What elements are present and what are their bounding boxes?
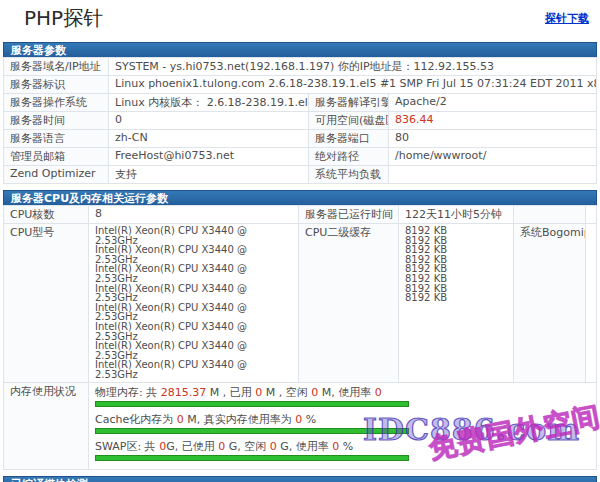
empty-cell [514, 206, 586, 224]
bogomips-label: 系统Bogomips [514, 224, 586, 383]
table-row: Zend Optimizer 支持 系统平均负载 [4, 166, 597, 184]
section-header-modules: 已编译模块检测 [3, 476, 597, 482]
physical-memory-line: 物理内存: 共 2815.37 M , 已用 0 M , 空闲 0 M, 使用率… [95, 386, 590, 399]
section-modules: 已编译模块检测 bcmath calendar com_dotnet ctype… [3, 476, 597, 482]
load-avg-label: 系统平均负载 [309, 166, 389, 184]
page-title: PHP探针 [24, 5, 103, 32]
cache-progress-bar [95, 428, 409, 434]
section-header-server: 服务器参数 [3, 42, 597, 57]
table-row: 服务器标识 Linux phoenix1.tulong.com 2.6.18-2… [4, 76, 597, 94]
disk-free-label: 可用空间(磁盘区) [309, 112, 389, 130]
cpu-model-label: CPU型号 [4, 224, 89, 383]
section-header-cpu: 服务器CPU及内存相关运行参数 [3, 190, 597, 205]
page-header: PHP探针 探针下载 [3, 0, 597, 36]
server-domain-label: 服务器域名/IP地址 [4, 58, 109, 76]
table-row: 服务器语言 zh-CN 服务器端口 80 [4, 130, 597, 148]
probe-download-link[interactable]: 探针下载 [545, 11, 589, 26]
cpu-cache-value: 8192 KB 8192 KB 8192 KB 8192 KB 8192 KB … [399, 224, 514, 383]
cpu-cores-label: CPU核数 [4, 206, 89, 224]
server-params-table: 服务器域名/IP地址 SYSTEM - ys.hi0753.net(192.16… [3, 57, 597, 184]
uptime-value: 122天11小时5分钟 [399, 206, 514, 224]
table-row: 内存使用状况 物理内存: 共 2815.37 M , 已用 0 M , 空闲 0… [4, 382, 597, 469]
section-cpu-memory: 服务器CPU及内存相关运行参数 CPU核数 8 服务器已运行时间 122天11小… [3, 190, 597, 470]
server-lang-label: 服务器语言 [4, 130, 109, 148]
load-avg-value [389, 166, 597, 184]
uptime-label: 服务器已运行时间 [299, 206, 399, 224]
zend-label: Zend Optimizer [4, 166, 109, 184]
zend-value: 支持 [109, 166, 309, 184]
cache-memory-line: Cache化内存为 0 M, 真实内存使用率为 0 % [95, 413, 590, 426]
section-server-params: 服务器参数 服务器域名/IP地址 SYSTEM - ys.hi0753.net(… [3, 42, 597, 184]
server-os-value: Linux 内核版本： 2.6.18-238.19.1.el5 [109, 94, 309, 112]
memory-usage-label: 内存使用状况 [4, 382, 89, 469]
table-row: CPU型号 Intel(R) Xeon(R) CPU X3440 @ 2.53G… [4, 224, 597, 383]
server-time-value: 0 [109, 112, 309, 130]
memory-progress-bar [95, 401, 409, 407]
empty-cell [586, 206, 597, 224]
page: PHP探针 探针下载 服务器参数 服务器域名/IP地址 SYSTEM - ys.… [0, 0, 600, 482]
swap-line: SWAP区: 共 0G, 已使用 0 G, 空闲 0 G, 使用率 0 % [95, 440, 590, 453]
table-row: 服务器时间 0 可用空间(磁盘区) 836.44 [4, 112, 597, 130]
server-lang-value: zh-CN [109, 130, 309, 148]
cpu-cache-label: CPU二级缓存 [299, 224, 399, 383]
table-row: 服务器域名/IP地址 SYSTEM - ys.hi0753.net(192.16… [4, 58, 597, 76]
server-time-label: 服务器时间 [4, 112, 109, 130]
server-engine-label: 服务器解译引擎 [309, 94, 389, 112]
bogomips-value [586, 224, 597, 383]
cpu-model-value: Intel(R) Xeon(R) CPU X3440 @ 2.53GHz Int… [89, 224, 299, 383]
server-ident-label: 服务器标识 [4, 76, 109, 94]
admin-email-label: 管理员邮箱 [4, 148, 109, 166]
cpu-memory-table: CPU核数 8 服务器已运行时间 122天11小时5分钟 CPU型号 Intel… [3, 205, 597, 470]
table-row: 服务器操作系统 Linux 内核版本： 2.6.18-238.19.1.el5 … [4, 94, 597, 112]
server-os-label: 服务器操作系统 [4, 94, 109, 112]
cpu-cores-value: 8 [89, 206, 299, 224]
server-port-label: 服务器端口 [309, 130, 389, 148]
disk-free-value: 836.44 [389, 112, 597, 130]
server-port-value: 80 [389, 130, 597, 148]
table-row: 管理员邮箱 FreeHost@hi0753.net 绝对路径 /home/www… [4, 148, 597, 166]
abs-path-label: 绝对路径 [309, 148, 389, 166]
server-engine-value: Apache/2 [389, 94, 597, 112]
server-ident-value: Linux phoenix1.tulong.com 2.6.18-238.19.… [109, 76, 597, 94]
server-domain-value: SYSTEM - ys.hi0753.net(192.168.1.197) 你的… [109, 58, 597, 76]
memory-usage-value: 物理内存: 共 2815.37 M , 已用 0 M , 空闲 0 M, 使用率… [89, 382, 597, 469]
abs-path-value: /home/wwwroot/ [389, 148, 597, 166]
admin-email-value: FreeHost@hi0753.net [109, 148, 309, 166]
table-row: CPU核数 8 服务器已运行时间 122天11小时5分钟 [4, 206, 597, 224]
swap-progress-bar [95, 455, 409, 461]
